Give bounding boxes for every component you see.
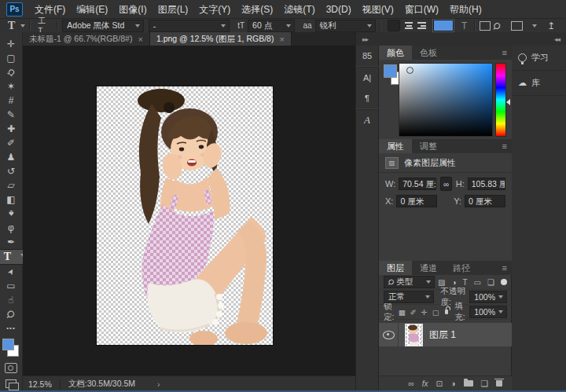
filter-smart-objects-icon[interactable]: ❏ (487, 278, 494, 287)
menu-view[interactable]: 视图(V) (357, 1, 399, 18)
shape-tool[interactable]: ▭ (2, 279, 21, 293)
tab-adjustments[interactable]: 调整 (412, 139, 445, 153)
foreground-color-swatch[interactable] (384, 64, 397, 78)
filter-shape-layers-icon[interactable]: ▭ (474, 278, 481, 287)
type-tool-preset-icon[interactable]: T (5, 20, 18, 32)
tab-channels[interactable]: 通道 (412, 261, 445, 275)
saturation-brightness-field[interactable] (399, 63, 493, 137)
color-field-marker[interactable] (406, 67, 413, 74)
hue-slider-pointer[interactable] (506, 99, 510, 105)
crop-tool[interactable]: # (2, 93, 21, 108)
menu-edit[interactable]: 编辑(E) (71, 1, 113, 18)
document-tab-1png[interactable]: 1.png @ 12.5% (图层 1, RGB/8) × (150, 32, 292, 46)
eyedropper-tool[interactable]: ✎ (2, 108, 21, 122)
eye-icon[interactable] (383, 331, 395, 339)
menu-select[interactable]: 选择(S) (236, 1, 278, 18)
blend-mode-select[interactable]: 正常 (384, 291, 434, 303)
menu-type[interactable]: 文字(Y) (193, 1, 236, 18)
hue-slider[interactable] (495, 63, 506, 137)
x-input[interactable]: 0 厘米 (396, 195, 437, 207)
menu-layer[interactable]: 图层(L) (153, 1, 194, 18)
lasso-tool[interactable]: Ω (2, 65, 21, 79)
share-icon[interactable]: ↥ (544, 20, 558, 31)
glyphs-panel-icon[interactable]: A (355, 110, 379, 130)
history-brush-tool[interactable]: ↺ (2, 164, 21, 178)
anti-alias-select[interactable]: 锐利 (315, 20, 376, 32)
clone-source-panel-icon[interactable]: 85 (355, 46, 379, 66)
character-panel-icon[interactable]: A| (355, 68, 379, 88)
tab-properties[interactable]: 属性 (379, 139, 412, 153)
panel-menu-icon[interactable]: ≡ (502, 261, 512, 275)
align-left-button[interactable] (388, 20, 400, 31)
paragraph-panel-icon[interactable]: ¶ (355, 88, 379, 108)
tab-color[interactable]: 颜色 (379, 46, 412, 60)
hand-tool[interactable]: ☝ (2, 293, 21, 307)
new-layer-icon[interactable]: ❏ (481, 379, 488, 388)
toggle-panels-icon[interactable] (480, 21, 491, 31)
libraries-panel-button[interactable]: ☁ 库 (512, 71, 566, 96)
align-center-button[interactable] (405, 22, 413, 29)
font-size-select[interactable]: 60 点 (248, 20, 295, 32)
screen-mode-icon[interactable] (6, 379, 17, 388)
search-icon[interactable]: Ϙ (490, 17, 505, 33)
lock-pixels-icon[interactable]: ✐ (410, 308, 417, 317)
workspace-layout-icon[interactable] (511, 21, 523, 31)
status-chevron-icon[interactable]: › (157, 379, 160, 389)
width-input[interactable]: 70.54 厘米 (399, 178, 436, 190)
menu-window[interactable]: 窗口(W) (399, 1, 444, 18)
eraser-tool[interactable]: ▱ (2, 178, 21, 192)
panel-menu-icon[interactable]: ≡ (502, 139, 512, 153)
height-input[interactable]: 105.83 厘米 (468, 178, 505, 190)
layer-filter-select[interactable]: Ϙ 类型 (384, 276, 435, 288)
zoom-level-field[interactable]: 12.5% (23, 379, 60, 389)
tab-swatches[interactable]: 色板 (412, 46, 445, 60)
pen-tool[interactable]: ✒ (2, 235, 21, 249)
layer-visibility-cell[interactable] (379, 323, 399, 346)
panel-menu-icon[interactable]: ≡ (502, 46, 512, 60)
tab-paths[interactable]: 路径 (445, 261, 478, 275)
foreground-background-swatches[interactable] (2, 339, 20, 357)
zoom-tool[interactable]: Ϙ (2, 307, 21, 321)
align-right-button[interactable] (417, 22, 425, 29)
magic-wand-tool[interactable]: ✶ (2, 79, 21, 93)
new-group-icon[interactable] (464, 380, 473, 387)
foreground-color-swatch[interactable] (2, 339, 14, 350)
layer-style-icon[interactable]: fx (422, 379, 428, 388)
filter-pixel-layers-icon[interactable]: ▨ (438, 278, 445, 287)
path-selection-tool[interactable]: ➤ (2, 265, 21, 279)
y-input[interactable]: 0 厘米 (465, 195, 505, 207)
expand-panels-icon[interactable]: ◂◂ (554, 35, 560, 43)
menu-3d[interactable]: 3D(D) (321, 1, 357, 18)
lock-transparency-icon[interactable]: ▦ (399, 308, 406, 317)
lock-all-icon[interactable] (445, 310, 449, 314)
menu-filter[interactable]: 滤镜(T) (278, 1, 320, 18)
brush-tool[interactable]: ✐ (2, 136, 21, 150)
font-family-select[interactable]: Adobe 黑体 Std (62, 20, 143, 32)
dodge-tool[interactable]: φ (2, 221, 21, 235)
healing-brush-tool[interactable]: ✚ (2, 122, 21, 136)
document-tab-untitled[interactable]: 未标题-1 @ 66.7%(RGB/8#) × (23, 32, 150, 46)
layer-row[interactable]: 图层 1 (379, 323, 512, 346)
edit-toolbar-icon[interactable]: ••• (2, 321, 21, 335)
adjustment-layer-icon[interactable]: ◑ (450, 379, 455, 388)
move-tool[interactable]: ✛ (2, 37, 21, 51)
lock-position-icon[interactable]: ✛ (421, 308, 428, 317)
filter-toggle-icon[interactable] (501, 279, 507, 285)
text-color-swatch[interactable] (433, 20, 454, 31)
opacity-select[interactable]: 100% (469, 291, 507, 303)
lock-artboard-icon[interactable]: ▢ (432, 308, 439, 317)
marquee-tool[interactable]: ▢ (2, 51, 21, 65)
link-dimensions-icon[interactable]: ∞ (440, 177, 451, 191)
gradient-tool[interactable]: ◧ (2, 192, 21, 207)
quick-mask-icon[interactable] (5, 363, 17, 373)
delete-layer-icon[interactable] (496, 380, 502, 387)
close-icon[interactable]: × (138, 35, 142, 44)
menu-image[interactable]: 图像(I) (113, 1, 152, 18)
link-layers-icon[interactable]: ∞ (408, 379, 414, 388)
tab-layers[interactable]: 图层 (379, 261, 412, 275)
filter-type-layers-icon[interactable]: T (463, 278, 468, 287)
menu-help[interactable]: 帮助(H) (444, 1, 487, 18)
collapse-panels-icon[interactable]: ▸▸ (362, 35, 368, 43)
canvas[interactable] (97, 86, 273, 345)
layer-thumbnail[interactable] (405, 324, 423, 346)
